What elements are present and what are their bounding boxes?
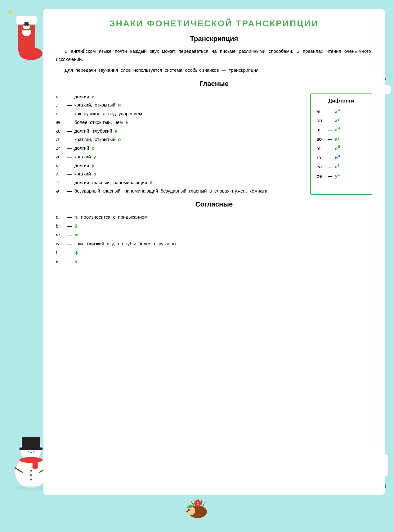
consonant-item: m — м [56, 230, 372, 239]
consonants-section: Согласные p — п, произносится с придыхан… [56, 200, 372, 266]
diph-symbol: eə [316, 162, 326, 171]
diph-symbol: aɪ [316, 125, 326, 134]
phoneme-symbol: ə [56, 187, 65, 195]
diph-highlight: эу [335, 118, 340, 123]
diph-symbol: ɪə [316, 153, 326, 162]
highlight: о [118, 137, 121, 142]
phoneme-symbol: f [56, 248, 65, 257]
page-title: ЗНАКИ ФОНЕТИЧЕСКОЙ ТРАНСКРИПЦИИ [56, 19, 372, 29]
vowel-item: ɒ — краткий, открытый о [56, 135, 304, 144]
vowel-item: uː — долгий у [56, 161, 304, 170]
highlight: п [74, 214, 77, 220]
vowel-item: iː — долгий и [56, 92, 304, 101]
diphthongs-heading: Дифтонги [316, 98, 366, 104]
highlight: м [74, 232, 78, 237]
highlight: э [103, 111, 105, 116]
diphthong-item: aʊ — ау [316, 134, 366, 143]
phoneme-symbol: w [56, 239, 65, 248]
diphthongs-box: Дифтонги eɪ — эй əʊ — эу aɪ — ай aʊ — ау… [310, 93, 372, 195]
diph-highlight: эа [335, 164, 340, 169]
intro-para2: Для передачи звучания слов используется … [56, 66, 372, 74]
phoneme-symbol: iː [56, 92, 65, 101]
vowel-item: e — как русское э под ударением [56, 109, 304, 118]
diph-highlight: ой [335, 146, 340, 151]
phoneme-symbol: ɪ [56, 101, 65, 109]
phoneme-symbol: ɒ [56, 135, 65, 144]
diphthong-item: əʊ — эу [316, 116, 366, 125]
transcription-heading: Транскрипция [56, 35, 372, 43]
diph-highlight: иа [335, 155, 340, 160]
bold-word: а [260, 188, 263, 193]
highlight: э [125, 120, 128, 125]
vowel-item: ɜː — долгий гласный, напоминающий ё [56, 178, 304, 187]
phoneme-symbol: ʊ [56, 152, 65, 161]
vowel-item: æ — более открытый, чем э [56, 118, 304, 127]
diphthong-item: eɪ — эй [316, 107, 366, 116]
highlight: в [74, 259, 77, 264]
vowels-diphthongs-container: iː — долгий и ɪ — краткий, открытый и e … [56, 92, 372, 195]
diph-highlight: уа [335, 173, 340, 179]
consonant-item: w — звук, близкий к у, но губы более окр… [56, 239, 372, 248]
consonants-heading: Согласные [56, 200, 372, 208]
phoneme-symbol: v [56, 257, 65, 266]
phoneme-symbol: ɜː [56, 178, 65, 187]
highlight: а [93, 171, 96, 176]
vowel-item: ɪ — краткий, открытый и [56, 101, 304, 109]
consonant-item: b — б [56, 222, 372, 231]
intro-para1: В английском языке почти каждый звук мож… [56, 47, 372, 63]
highlight: о [92, 145, 95, 151]
phoneme-symbol: uː [56, 161, 65, 170]
vowel-item: ʌ — краткий а [56, 170, 304, 178]
main-card: ЗНАКИ ФОНЕТИЧЕСКОЙ ТРАНСКРИПЦИИ Транскри… [43, 9, 385, 495]
phoneme-symbol: p [56, 213, 65, 222]
phoneme-symbol: b [56, 222, 65, 231]
phoneme-symbol: m [56, 230, 65, 239]
highlight: и [92, 94, 95, 99]
consonant-item: v — в [56, 257, 372, 266]
highlight: б [74, 223, 77, 229]
vowels-heading: Гласные [56, 80, 372, 88]
consonant-item: p — п, произносится с придыханием [56, 213, 372, 222]
highlight: у [92, 163, 94, 168]
diph-symbol: ʊə [316, 172, 326, 180]
vowel-item-schwa: ə — безударный гласный, напоминающий без… [56, 187, 304, 195]
phoneme-symbol: ɑː [56, 127, 65, 135]
highlight: ё [150, 180, 152, 185]
vowel-item: ʊ — краткий у [56, 152, 304, 161]
diph-highlight: ау [335, 136, 340, 142]
phoneme-symbol: æ [56, 118, 65, 127]
diphthong-item: ɔɪ — ой [316, 143, 366, 153]
highlight: у [111, 241, 114, 246]
highlight: ф [74, 250, 78, 255]
highlight: а [115, 128, 117, 134]
vowel-item: ɑː — долгий, глубокий а [56, 127, 304, 135]
diphthong-item: aɪ — ай [316, 125, 366, 134]
highlight: и [118, 102, 121, 107]
diph-highlight: ай [335, 127, 340, 132]
diphthong-item: ɪə — иа [316, 152, 366, 162]
highlight: у [93, 154, 96, 159]
diph-highlight: эй [335, 109, 340, 114]
vowels-list: iː — долгий и ɪ — краткий, открытый и e … [56, 92, 304, 195]
diph-symbol: əʊ [316, 116, 326, 125]
diphthong-item: ʊə — уа [316, 171, 366, 180]
phoneme-symbol: e [56, 109, 65, 118]
diph-symbol: eɪ [316, 107, 326, 116]
phoneme-symbol: ʌ [56, 170, 65, 178]
phoneme-symbol: ɔː [56, 144, 65, 152]
diphthong-item: eə — эа [316, 162, 366, 171]
vowel-item: ɔː — долгий о [56, 144, 304, 152]
diph-symbol: ɔɪ [316, 144, 326, 153]
consonant-item: f — ф [56, 248, 372, 257]
diph-symbol: aʊ [316, 135, 326, 143]
